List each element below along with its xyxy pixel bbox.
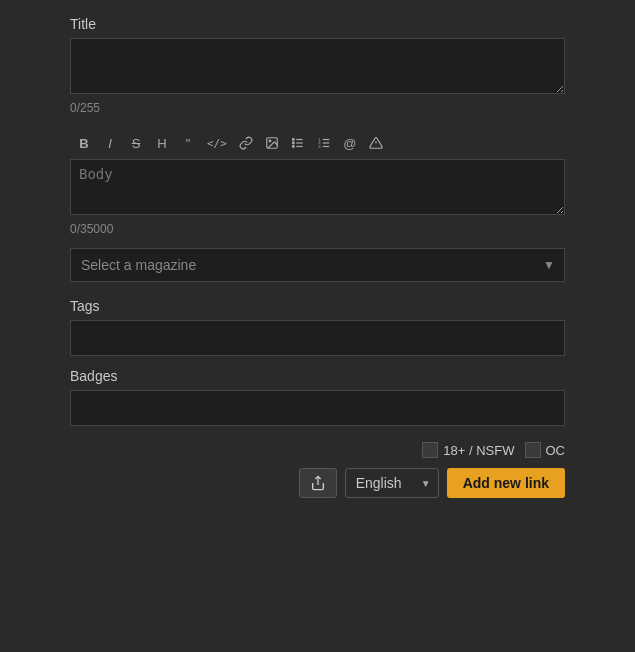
body-char-count: 0/35000 <box>70 222 565 236</box>
link-button[interactable] <box>234 131 258 155</box>
share-icon-button[interactable] <box>299 468 337 498</box>
oc-checkbox[interactable] <box>525 442 541 458</box>
badges-input[interactable] <box>70 390 565 426</box>
mention-button[interactable]: @ <box>338 131 362 155</box>
tags-label: Tags <box>70 298 565 314</box>
warning-button[interactable] <box>364 131 388 155</box>
heading-button[interactable]: H <box>150 131 174 155</box>
svg-point-5 <box>292 139 294 141</box>
nsfw-checkbox-item: 18+ / NSFW <box>422 442 514 458</box>
tags-input[interactable] <box>70 320 565 356</box>
title-label: Title <box>70 16 565 32</box>
body-input[interactable] <box>70 159 565 215</box>
strikethrough-button[interactable]: S <box>124 131 148 155</box>
code-button[interactable]: </> <box>202 131 232 155</box>
language-select[interactable]: English Français Español Deutsch <box>345 468 439 498</box>
badges-label: Badges <box>70 368 565 384</box>
italic-button[interactable]: I <box>98 131 122 155</box>
ordered-list-button[interactable]: 1.2.3. <box>312 131 336 155</box>
unordered-list-button[interactable] <box>286 131 310 155</box>
svg-text:3.: 3. <box>318 144 321 149</box>
image-button[interactable] <box>260 131 284 155</box>
svg-point-1 <box>269 140 271 142</box>
actions-row: English Français Español Deutsch Add new… <box>70 468 565 498</box>
checkboxes-row: 18+ / NSFW OC <box>70 442 565 458</box>
editor-toolbar: B I S H " </> 1.2.3. @ <box>70 127 565 159</box>
bold-button[interactable]: B <box>72 131 96 155</box>
nsfw-checkbox[interactable] <box>422 442 438 458</box>
title-char-count: 0/255 <box>70 101 565 115</box>
language-wrapper: English Français Español Deutsch <box>345 468 439 498</box>
nsfw-label: 18+ / NSFW <box>443 443 514 458</box>
blockquote-button[interactable]: " <box>176 131 200 155</box>
magazine-wrapper: Select a magazine ▼ <box>70 248 565 282</box>
title-input[interactable] <box>70 38 565 94</box>
svg-point-6 <box>292 142 294 144</box>
oc-checkbox-item: OC <box>525 442 566 458</box>
add-link-button[interactable]: Add new link <box>447 468 565 498</box>
svg-point-7 <box>292 146 294 148</box>
oc-label: OC <box>546 443 566 458</box>
magazine-select[interactable]: Select a magazine <box>70 248 565 282</box>
